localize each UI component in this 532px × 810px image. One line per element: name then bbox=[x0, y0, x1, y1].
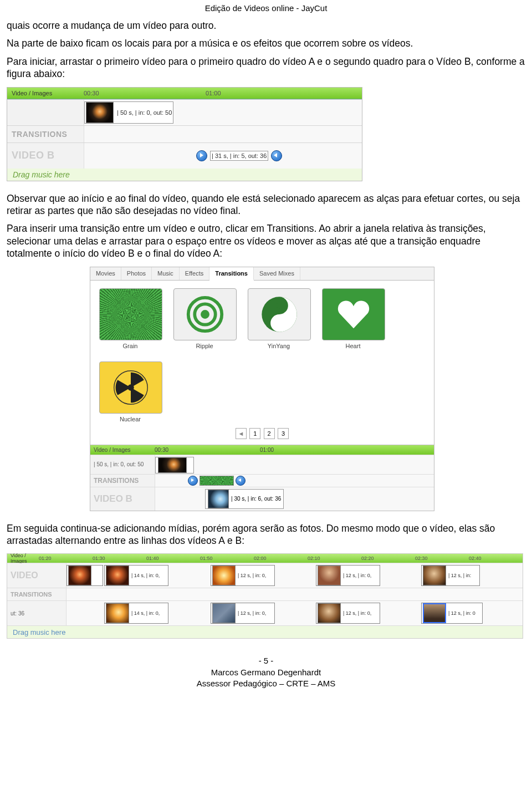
ruler-tick: 01:20 bbox=[39, 556, 93, 561]
page-number: - 5 - bbox=[7, 655, 525, 666]
clip-meta: | 12 s, | in: bbox=[448, 573, 471, 578]
clip-a-2[interactable] bbox=[155, 457, 194, 473]
clip-thumb bbox=[158, 457, 187, 473]
transition-item-ripple[interactable]: Ripple bbox=[173, 288, 236, 349]
grain-icon bbox=[99, 288, 162, 340]
svg-point-4 bbox=[277, 303, 282, 308]
clip-meta-b: | 31 s, | in: 5, out: 36 bbox=[212, 152, 267, 159]
track-video-a: | 50 s, | in: 0, out: 50 bbox=[7, 99, 362, 125]
clip-a-0[interactable] bbox=[66, 565, 103, 586]
svg-point-5 bbox=[277, 320, 282, 325]
track-video-b: VIDEO B | 31 s, | in: 5, out: 36 bbox=[7, 142, 362, 169]
clip-meta-a: | 50 s, | in: 0, out: 50 bbox=[117, 109, 172, 116]
paragraph-1: quais ocorre a mudança de um vídeo para … bbox=[7, 19, 525, 32]
play-reverse-button-icon[interactable] bbox=[271, 150, 282, 161]
play-reverse-button-icon[interactable] bbox=[236, 476, 245, 486]
transitions-track-label: TRANSITIONS bbox=[7, 126, 84, 142]
ruler-tick: 00:30 bbox=[84, 90, 206, 96]
tab-saved-mixes[interactable]: Saved Mixes bbox=[254, 267, 300, 280]
clip-thumb-icon bbox=[318, 603, 341, 623]
tab-movies[interactable]: Movies bbox=[90, 267, 121, 280]
ruler-tick: 02:40 bbox=[469, 556, 523, 561]
figure-timeline-3: Video / Images 01:20 01:30 01:40 01:50 0… bbox=[7, 553, 523, 639]
ruler-tick: 01:50 bbox=[200, 556, 254, 561]
clip-thumb-icon bbox=[423, 603, 446, 623]
figure-transitions: Movies Photos Music Effects Transitions … bbox=[90, 267, 525, 511]
transition-name: YinYang bbox=[248, 343, 310, 349]
music-track[interactable]: Drag music here bbox=[7, 169, 362, 181]
transitions-label-2: TRANSITIONS bbox=[90, 475, 155, 487]
transition-name: Grain bbox=[99, 343, 161, 349]
track-b-2: VIDEO B | 30 s, | in: 6, out: 36 bbox=[90, 487, 434, 511]
track-label-b: VIDEO B bbox=[7, 143, 84, 169]
paragraph-5: Para inserir uma transição entre um víde… bbox=[7, 222, 525, 259]
transition-name: Ripple bbox=[173, 343, 236, 349]
figure-timeline-1: Video / Images 00:30 01:00 | 50 s, | in:… bbox=[7, 87, 362, 181]
ripple-icon bbox=[173, 288, 237, 340]
ruler-tick: 02:30 bbox=[415, 556, 469, 561]
ruler-tick: 01:00 bbox=[260, 447, 365, 453]
track-label-a bbox=[7, 100, 84, 125]
clip-thumb-b bbox=[208, 490, 229, 508]
transition-item-nuclear[interactable]: Nuclear bbox=[99, 361, 161, 422]
row-transitions-3: TRANSITIONS bbox=[7, 588, 523, 600]
track-a-2: | 50 s, | in: 0, out: 50 bbox=[90, 455, 434, 474]
clip-a-2[interactable]: | 12 s, | in: 0, bbox=[211, 565, 275, 586]
video-a-label-3: VIDEO bbox=[7, 563, 66, 588]
clip-thumb-icon bbox=[106, 566, 129, 585]
pager-page-2[interactable]: 2 bbox=[264, 428, 275, 439]
ruler-tick: 02:20 bbox=[361, 556, 415, 561]
row-video-a: VIDEO | 14 s, | in: 0, | 12 s, | in: 0, … bbox=[7, 563, 523, 588]
ruler-tick: 00:30 bbox=[155, 447, 260, 453]
clip-b-2[interactable]: | 30 s, | in: 6, out: 36 bbox=[205, 489, 284, 509]
track-transitions: TRANSITIONS bbox=[7, 125, 362, 142]
ruler-label-3: Video / Images bbox=[7, 553, 39, 564]
tab-effects[interactable]: Effects bbox=[180, 267, 209, 280]
clip-meta: | 12 s, | in: 0, bbox=[238, 610, 266, 616]
clip-meta: | 12 s, | in: 0, bbox=[238, 573, 266, 578]
ruler-tick: 01:30 bbox=[93, 556, 146, 561]
svg-point-2 bbox=[201, 310, 209, 319]
tab-music[interactable]: Music bbox=[152, 267, 180, 280]
clip-a-4[interactable]: | 12 s, | in: bbox=[421, 565, 480, 586]
clip-meta: | 14 s, | in: 0, bbox=[131, 610, 160, 616]
play-button-icon[interactable] bbox=[188, 476, 198, 486]
pager-prev-icon[interactable]: ◄ bbox=[236, 428, 247, 439]
heart-icon bbox=[322, 288, 385, 340]
pager-page-3[interactable]: 3 bbox=[278, 428, 289, 439]
clip-video-b[interactable]: | 31 s, | in: 5, out: 36 bbox=[210, 151, 268, 161]
yinyang-icon bbox=[248, 288, 311, 340]
transition-name: Nuclear bbox=[99, 416, 161, 422]
clip-b-0[interactable]: | 14 s, | in: 0, bbox=[104, 603, 168, 624]
tab-photos[interactable]: Photos bbox=[121, 267, 152, 280]
clip-meta-a-2: | 50 s, | in: 0, out: 50 bbox=[90, 455, 155, 474]
transition-clip[interactable] bbox=[200, 476, 234, 486]
timeline-ruler: Video / Images 00:30 01:00 bbox=[7, 88, 362, 99]
out-label: ut: 36 bbox=[7, 601, 66, 625]
play-button-icon[interactable] bbox=[196, 150, 207, 161]
pager-page-1[interactable]: 1 bbox=[249, 428, 260, 439]
clip-thumb-icon bbox=[318, 566, 341, 585]
ruler-tick: 02:00 bbox=[254, 556, 308, 561]
clip-b-3[interactable]: | 12 s, | in: 0 bbox=[421, 603, 483, 624]
video-b-label-2: VIDEO B bbox=[90, 487, 155, 511]
clip-thumb-icon bbox=[423, 566, 446, 585]
music-track-3[interactable]: Drag music here bbox=[7, 625, 523, 638]
clip-b-1[interactable]: | 12 s, | in: 0, bbox=[211, 603, 275, 624]
paragraph-4: Observar que ao início e ao final do víd… bbox=[7, 192, 525, 217]
clip-meta: | 12 s, | in: 0, bbox=[343, 610, 371, 616]
clip-video-a[interactable]: | 50 s, | in: 0, out: 50 bbox=[84, 101, 173, 124]
ruler-label: Video / Images bbox=[90, 447, 155, 453]
transition-item-grain[interactable]: Grain bbox=[99, 288, 161, 349]
transition-item-heart[interactable]: Heart bbox=[322, 288, 384, 349]
svg-point-7 bbox=[127, 384, 134, 391]
clip-a-3[interactable]: | 12 s, | in: 0, bbox=[316, 565, 380, 586]
clip-thumb-icon bbox=[212, 566, 236, 585]
clip-thumb-icon bbox=[68, 566, 91, 585]
transition-item-yinyang[interactable]: YinYang bbox=[248, 288, 310, 349]
tab-transitions[interactable]: Transitions bbox=[209, 267, 254, 281]
clip-a-1[interactable]: | 14 s, | in: 0, bbox=[104, 565, 168, 586]
transition-name: Heart bbox=[322, 343, 384, 349]
clip-b-2[interactable]: | 12 s, | in: 0, bbox=[316, 603, 380, 624]
track-transitions-2: TRANSITIONS bbox=[90, 474, 434, 487]
